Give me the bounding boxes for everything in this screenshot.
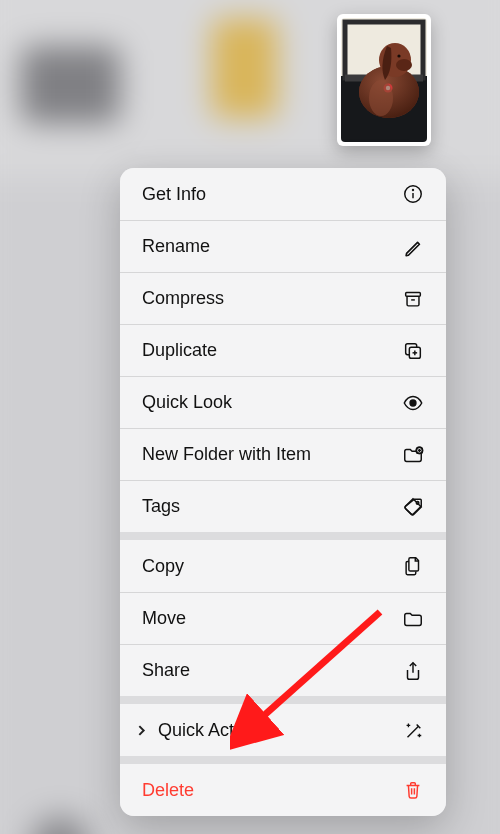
menu-item-label: Quick Look [142, 392, 402, 413]
menu-item-compress[interactable]: Compress [120, 272, 446, 324]
menu-group-separator [120, 696, 446, 704]
menu-group-separator [120, 756, 446, 764]
menu-group-separator [120, 532, 446, 540]
svg-point-5 [396, 59, 412, 71]
menu-item-move[interactable]: Move [120, 592, 446, 644]
archivebox-icon [402, 288, 424, 310]
menu-item-get-info[interactable]: Get Info [120, 168, 446, 220]
menu-item-tags[interactable]: Tags [120, 480, 446, 532]
menu-group-4: Delete [120, 764, 446, 816]
menu-group-3: Quick Actions [120, 704, 446, 756]
svg-point-18 [410, 400, 416, 406]
tag-icon [402, 496, 424, 518]
menu-item-label: Delete [142, 780, 402, 801]
pencil-icon [402, 236, 424, 258]
menu-item-label: Quick Actions [158, 720, 402, 741]
eye-icon [402, 392, 424, 414]
menu-item-new-folder-with-item[interactable]: New Folder with Item [120, 428, 446, 480]
menu-item-label: Get Info [142, 184, 402, 205]
menu-item-label: Move [142, 608, 402, 629]
menu-item-delete[interactable]: Delete [120, 764, 446, 816]
context-menu: Get Info Rename Compress Duplicate Quick… [120, 168, 446, 816]
menu-item-copy[interactable]: Copy [120, 540, 446, 592]
folder-icon [402, 608, 424, 630]
svg-point-9 [369, 80, 393, 116]
menu-item-rename[interactable]: Rename [120, 220, 446, 272]
plus-square-on-square-icon [402, 340, 424, 362]
svg-point-12 [413, 190, 414, 191]
share-icon [402, 660, 424, 682]
svg-point-6 [397, 54, 400, 57]
file-preview-image [341, 18, 427, 142]
file-preview-thumbnail[interactable] [337, 14, 431, 146]
menu-item-label: Rename [142, 236, 402, 257]
menu-item-quick-look[interactable]: Quick Look [120, 376, 446, 428]
menu-group-1: Get Info Rename Compress Duplicate Quick… [120, 168, 446, 532]
wand-stars-icon [402, 719, 424, 741]
trash-icon [402, 779, 424, 801]
menu-item-label: Share [142, 660, 402, 681]
menu-item-duplicate[interactable]: Duplicate [120, 324, 446, 376]
svg-rect-13 [406, 292, 421, 296]
folder-badge-plus-icon [402, 444, 424, 466]
doc-on-doc-icon [402, 555, 424, 577]
menu-item-label: Tags [142, 496, 402, 517]
chevron-right-icon [128, 724, 154, 737]
menu-group-2: Copy Move Share [120, 540, 446, 696]
menu-item-quick-actions[interactable]: Quick Actions [120, 704, 446, 756]
menu-item-label: Copy [142, 556, 402, 577]
menu-item-share[interactable]: Share [120, 644, 446, 696]
menu-item-label: New Folder with Item [142, 444, 402, 465]
menu-item-label: Duplicate [142, 340, 402, 361]
info-circle-icon [402, 183, 424, 205]
menu-item-label: Compress [142, 288, 402, 309]
